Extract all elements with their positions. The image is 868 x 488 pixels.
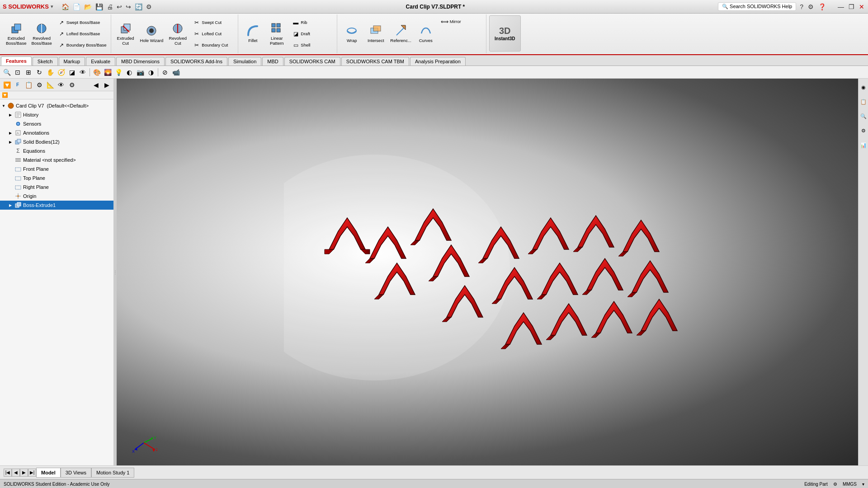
ambient-occlusion-button[interactable]: ◑ [146,67,156,77]
config-manager-button[interactable]: ⚙ [34,80,44,90]
lofted-cut-button[interactable]: ✂ Lofted Cut [191,28,236,39]
tree-item-top-plane[interactable]: ▶ Top Plane [0,174,113,183]
right-panel-btn-4[interactable]: ⚙ [859,124,868,137]
question-icon[interactable]: ❓ [817,3,827,10]
print-button[interactable]: 🖨 [106,3,114,10]
bottom-tab-motion-study[interactable]: Motion Study 1 [91,468,134,478]
shadows-button[interactable]: ◐ [124,67,134,77]
extruded-cut-button[interactable]: ExtrudedCut [114,15,137,52]
scenes-button[interactable]: 🌄 [103,67,113,77]
tab-features[interactable]: Features [1,56,32,66]
bottom-tab-model[interactable]: Model [36,468,61,478]
hide-show-button[interactable]: 👁 [78,67,88,77]
hole-wizard-button[interactable]: Hole Wizard [138,15,166,52]
minimize-button[interactable]: — [837,3,845,10]
close-button[interactable]: ✕ [858,3,865,10]
feature-manager-button[interactable]: F [13,80,23,90]
tab-solidworks-cam[interactable]: SOLIDWORKS CAM [284,57,340,66]
display-manager-button[interactable]: 👁 [56,80,66,90]
tree-item-right-plane[interactable]: ▶ Right Plane [0,183,113,192]
restore-button[interactable]: ❐ [848,3,855,10]
display-style-button[interactable]: ◪ [67,67,77,77]
right-panel-btn-5[interactable]: 📊 [859,138,868,152]
expand-boss-extrude1[interactable]: ▶ [9,203,14,207]
tree-item-front-plane[interactable]: ▶ Front Plane [0,164,113,174]
boundary-boss-button[interactable]: ↗ Boundary Boss/Base [56,40,109,51]
wrap-button[interactable]: Wrap [340,15,363,52]
shell-button[interactable]: ▭ Shell [290,40,335,51]
expand-solid-bodies[interactable]: ▶ [9,140,14,144]
intersect-button[interactable]: Intersect [364,15,387,52]
settings-icon[interactable]: ⚙ [807,3,815,10]
tree-item-history[interactable]: ▶ History [0,110,113,119]
instant3d-button[interactable]: 3D Instant3D [489,15,521,52]
tab-analysis-prep[interactable]: Analysis Preparation [410,57,466,66]
redo-button[interactable]: ↪ [125,3,132,10]
tab-nav-next[interactable]: ▶ [20,469,28,477]
rib-button[interactable]: ▬ Rib [290,17,335,28]
pan-button[interactable]: ✋ [45,67,55,77]
open-button[interactable]: 📂 [83,3,93,10]
filter-button[interactable]: 🔽 [2,80,12,90]
section-view-button[interactable]: ⊘ [160,67,170,77]
tab-nav-first[interactable]: |◀ [4,469,12,477]
zoom-sheet-button[interactable]: ⊞ [24,67,33,77]
dim-xpert-button[interactable]: 📐 [45,80,55,90]
undo-button[interactable]: ↩ [116,3,123,10]
new-button[interactable]: 📄 [72,3,81,10]
edit-appearance-button[interactable]: 🎨 [92,67,102,77]
expand-history[interactable]: ▶ [9,113,14,117]
tab-evaluate[interactable]: Evaluate [86,57,115,66]
boundary-cut-button[interactable]: ✂ Boundary Cut [191,40,236,51]
swept-boss-button[interactable]: ↗ Swept Boss/Base [56,17,109,28]
zoom-fit-button[interactable]: ⊡ [13,67,23,77]
tab-solidworks-addins[interactable]: SOLIDWORKS Add-Ins [165,57,227,66]
fillet-button[interactable]: Fillet [241,15,264,52]
expand-annotations[interactable]: ▶ [9,131,14,135]
tab-mbd[interactable]: MBD [262,57,283,66]
tab-nav-last[interactable]: ▶| [28,469,36,477]
viewport[interactable]: Y X Z [117,79,858,465]
cam-manager-button[interactable]: ⚙ [67,80,77,90]
right-panel-btn-2[interactable]: 📋 [859,95,868,108]
tree-left-button[interactable]: ◀ [91,80,101,90]
view-orient-button[interactable]: 🧭 [56,67,66,77]
search-box[interactable]: 🔍 Search SOLIDWORKS Help [718,2,796,11]
tree-item-annotations[interactable]: ▶ A Annotations [0,128,113,137]
tab-solidworks-cam-tbm[interactable]: SOLIDWORKS CAM TBM [341,57,409,66]
units-dropdown[interactable]: ▾ [862,482,864,487]
mirror-button[interactable]: ⟺ Mirror [439,16,484,27]
tab-simulation[interactable]: Simulation [228,57,261,66]
extruded-boss-button[interactable]: ExtrudedBoss/Base [4,15,28,52]
help-link[interactable]: ? [799,3,804,10]
right-panel-btn-3[interactable]: 🔍 [859,109,868,123]
tab-mbd-dimensions[interactable]: MBD Dimensions [116,57,165,66]
bottom-tab-3d-views[interactable]: 3D Views [61,468,91,478]
rotate-button[interactable]: ↻ [34,67,44,77]
tab-sketch[interactable]: Sketch [33,57,58,66]
tree-item-boss-extrude1[interactable]: ▶ Boss-Extrude1 [0,201,113,210]
curves-button[interactable]: Curves [414,15,438,52]
camera-button[interactable]: 📹 [171,67,181,77]
tab-nav-prev[interactable]: ◀ [12,469,20,477]
tree-item-root[interactable]: ▼ Card Clip V7 (Default<<Default> [0,101,113,110]
tree-item-material[interactable]: ▶ Material <not specified> [0,155,113,164]
save-button[interactable]: 💾 [94,3,104,10]
realview-button[interactable]: 💡 [113,67,123,77]
reference-geometry-button[interactable]: Referenc... [388,15,413,52]
tree-item-solid-bodies[interactable]: ▶ Solid Bodies(12) [0,137,113,146]
tab-markup[interactable]: Markup [59,57,85,66]
expand-root[interactable]: ▼ [2,104,7,108]
tree-item-equations[interactable]: ▶ Σ Equations [0,146,113,155]
tree-item-origin[interactable]: ▶ Origin [0,192,113,201]
property-manager-button[interactable]: 📋 [24,80,33,90]
tree-right-button[interactable]: ▶ [102,80,112,90]
swept-cut-button[interactable]: ✂ Swept Cut [191,17,236,28]
zoom-area-button[interactable]: 🔍 [2,67,12,77]
home-button[interactable]: 🏠 [61,3,70,10]
draft-button[interactable]: ◪ Draft [290,28,335,39]
lofted-boss-button[interactable]: ↗ Lofted Boss/Base [56,28,109,39]
options-button[interactable]: ⚙ [145,3,153,10]
rebuild-button[interactable]: 🔄 [134,3,143,10]
revolved-cut-button[interactable]: RevolvedCut [166,15,189,52]
